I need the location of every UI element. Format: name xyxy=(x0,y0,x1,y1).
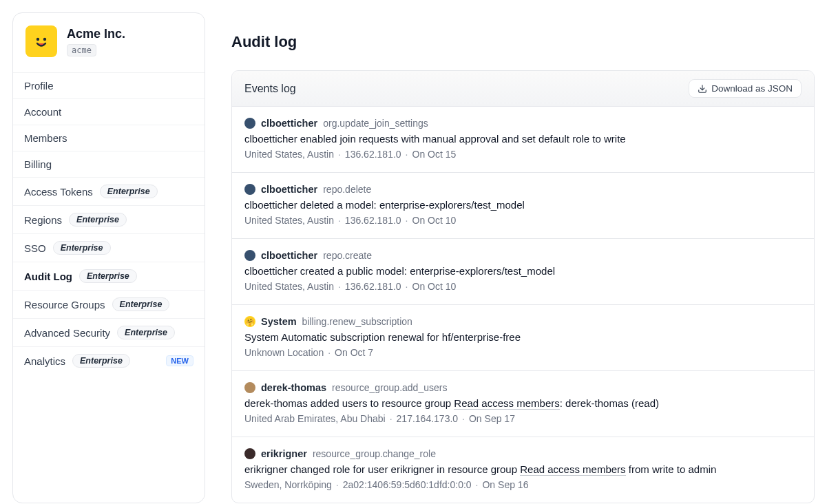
sidebar-item-profile[interactable]: Profile xyxy=(13,73,205,99)
sidebar-item-members[interactable]: Members xyxy=(13,125,205,151)
separator-dot: · xyxy=(338,215,341,226)
separator-dot: · xyxy=(476,479,479,490)
sidebar-item-advanced-security[interactable]: Advanced SecurityEnterprise xyxy=(13,319,205,347)
sidebar-item-analytics[interactable]: AnalyticsEnterpriseNEW xyxy=(13,347,205,375)
event-actor[interactable]: clboetticher xyxy=(261,184,317,195)
enterprise-badge: Enterprise xyxy=(100,185,158,198)
sidebar-item-label: Regions xyxy=(24,214,62,226)
event-ip: 136.62.181.0 xyxy=(345,281,401,292)
event-actor[interactable]: clboetticher xyxy=(261,118,317,129)
events-list: clboetticherorg.update_join_settingsclbo… xyxy=(232,107,814,503)
sidebar-item-label: Audit Log xyxy=(24,271,72,282)
event-actor[interactable]: derek-thomas xyxy=(261,382,326,393)
separator-dot: · xyxy=(328,347,331,358)
event-location: United States, Austin xyxy=(244,149,334,160)
separator-dot: · xyxy=(406,215,408,226)
event-actor[interactable]: clboetticher xyxy=(261,250,317,261)
sidebar-item-audit-log[interactable]: Audit LogEnterprise xyxy=(13,262,205,291)
event-date: On Sep 16 xyxy=(482,479,528,490)
sidebar-item-label: Members xyxy=(24,132,67,144)
enterprise-badge: Enterprise xyxy=(117,326,175,339)
resource-group-link[interactable]: Read access members xyxy=(520,463,625,476)
event-date: On Sep 17 xyxy=(469,413,515,424)
svg-point-0 xyxy=(36,38,39,41)
org-slug: acme xyxy=(67,44,96,56)
sidebar-item-label: Advanced Security xyxy=(24,327,110,339)
event-description: System Automatic subscription renewal fo… xyxy=(244,331,802,343)
avatar xyxy=(244,184,255,195)
org-name: Acme Inc. xyxy=(67,27,125,41)
event-head: erikrignerresource_group.change_role xyxy=(244,448,802,459)
enterprise-badge: Enterprise xyxy=(79,269,137,283)
sidebar-item-resource-groups[interactable]: Resource GroupsEnterprise xyxy=(13,291,205,319)
event-location: United Arab Emirates, Abu Dhabi xyxy=(244,413,386,424)
event-location: United States, Austin xyxy=(244,215,334,226)
event-action-type: resource_group.add_users xyxy=(332,382,447,393)
event-date: On Oct 10 xyxy=(412,215,457,226)
sidebar-item-label: Profile xyxy=(24,80,54,92)
event-meta: United States, Austin·136.62.181.0·On Oc… xyxy=(244,281,802,292)
download-json-label: Download as JSON xyxy=(711,83,793,94)
page-title: Audit log xyxy=(231,33,815,51)
sidebar-item-label: SSO xyxy=(24,242,46,254)
event-actor[interactable]: System xyxy=(261,316,297,327)
sidebar-nav: ProfileAccountMembersBillingAccess Token… xyxy=(13,73,205,375)
event-date: On Oct 7 xyxy=(335,347,373,358)
sidebar-item-label: Billing xyxy=(24,158,52,170)
svg-point-1 xyxy=(43,38,46,41)
event-meta: Unknown Location·On Oct 7 xyxy=(244,347,802,358)
sidebar-item-billing[interactable]: Billing xyxy=(13,151,205,178)
event-description: clboetticher deleted a model: enterprise… xyxy=(244,199,802,211)
event-date: On Oct 10 xyxy=(412,281,457,292)
event-head: 🤗Systembilling.renew_subscription xyxy=(244,316,802,327)
avatar xyxy=(244,118,255,129)
sidebar-item-sso[interactable]: SSOEnterprise xyxy=(13,234,205,262)
event-action-type: repo.create xyxy=(323,250,372,261)
event-date: On Oct 15 xyxy=(412,149,457,160)
event-action-type: org.update_join_settings xyxy=(323,118,428,129)
sidebar-item-account[interactable]: Account xyxy=(13,99,205,125)
avatar: 🤗 xyxy=(244,316,255,327)
resource-group-link[interactable]: Read access members xyxy=(454,397,559,410)
events-card: Events log Download as JSON clboetticher… xyxy=(231,70,815,503)
avatar xyxy=(244,382,255,393)
event-actor[interactable]: erikrigner xyxy=(261,448,307,459)
separator-dot: · xyxy=(390,413,392,424)
download-json-button[interactable]: Download as JSON xyxy=(689,79,802,98)
sidebar-item-access-tokens[interactable]: Access TokensEnterprise xyxy=(13,178,205,206)
enterprise-badge: Enterprise xyxy=(72,354,130,368)
main-content: Audit log Events log Download as JSON cl… xyxy=(231,12,815,503)
sidebar-item-regions[interactable]: RegionsEnterprise xyxy=(13,206,205,234)
sidebar-item-label: Analytics xyxy=(24,355,65,367)
smiley-icon xyxy=(32,32,51,51)
event-ip: 136.62.181.0 xyxy=(345,215,401,226)
event-location: Sweden, Norrköping xyxy=(244,479,332,490)
event-item: 🤗Systembilling.renew_subscriptionSystem … xyxy=(232,305,814,371)
event-item: clboetticherrepo.createclboetticher crea… xyxy=(232,239,814,305)
event-item: clboetticherrepo.deleteclboetticher dele… xyxy=(232,173,814,239)
events-header: Events log Download as JSON xyxy=(232,71,814,107)
event-description: erikrigner changed role for user erikrig… xyxy=(244,463,802,475)
download-icon xyxy=(698,84,707,94)
event-meta: United States, Austin·136.62.181.0·On Oc… xyxy=(244,149,802,160)
separator-dot: · xyxy=(462,413,465,424)
org-logo xyxy=(25,25,57,57)
event-action-type: resource_group.change_role xyxy=(313,448,436,459)
separator-dot: · xyxy=(338,281,341,292)
event-head: clboetticherrepo.delete xyxy=(244,184,802,195)
event-action-type: repo.delete xyxy=(323,184,371,195)
event-item: derek-thomasresource_group.add_usersdere… xyxy=(232,371,814,437)
event-location: United States, Austin xyxy=(244,281,334,292)
event-description: clboetticher created a public model: ent… xyxy=(244,265,802,277)
event-item: clboetticherorg.update_join_settingsclbo… xyxy=(232,107,814,173)
sidebar-item-label: Account xyxy=(24,106,61,118)
event-location: Unknown Location xyxy=(244,347,324,358)
event-meta: United Arab Emirates, Abu Dhabi·217.164.… xyxy=(244,413,802,424)
event-item: erikrignerresource_group.change_roleerik… xyxy=(232,437,814,503)
event-description: derek-thomas added users to resource gro… xyxy=(244,397,802,409)
enterprise-badge: Enterprise xyxy=(53,241,111,255)
event-ip: 136.62.181.0 xyxy=(345,149,401,160)
event-head: clboetticherorg.update_join_settings xyxy=(244,118,802,129)
settings-sidebar: Acme Inc. acme ProfileAccountMembersBill… xyxy=(12,12,205,503)
avatar xyxy=(244,448,255,459)
